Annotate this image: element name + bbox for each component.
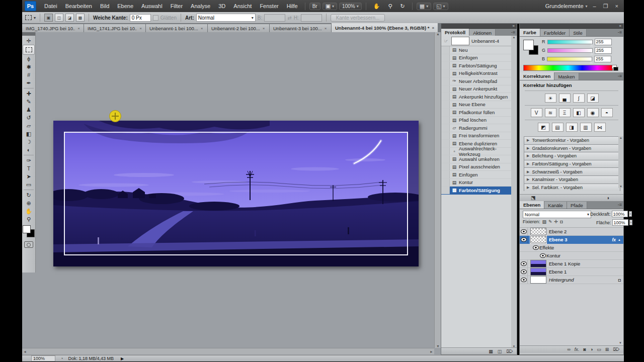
color-balance-icon[interactable]: Ξ (559, 108, 571, 117)
history-step[interactable]: ▤Einfügen (441, 171, 512, 179)
opacity-field[interactable]: 100% (612, 211, 628, 217)
disclosure-icon[interactable]: ▶ (527, 154, 529, 158)
menu-ebene[interactable]: Ebene (113, 3, 137, 9)
color-swatches[interactable] (23, 225, 35, 237)
history-step-current[interactable]: ▤Farbton/Sättigung (441, 187, 512, 195)
dock-header[interactable]: » (441, 24, 517, 29)
disclosure-icon[interactable]: ▶ (527, 186, 529, 190)
canvas-horizontal-scrollbar[interactable]: ◄ ► (22, 348, 434, 354)
visibility-toggle[interactable] (520, 276, 528, 284)
menu-filter[interactable]: Filter (167, 3, 187, 9)
quick-mask-button[interactable] (24, 241, 33, 248)
history-step[interactable]: ✑Neuer Arbeitspfad (441, 77, 512, 85)
selection-mode-new-button[interactable]: ▣ (44, 14, 53, 22)
history-step[interactable]: ▤Helligkeit/Kontrast (441, 70, 512, 78)
visibility-toggle[interactable] (520, 260, 528, 267)
menu-ansicht[interactable]: Ansicht (229, 3, 256, 9)
scroll-up-icon[interactable]: ▲ (619, 136, 622, 139)
brush-tool[interactable]: ✎ (23, 98, 34, 106)
arrange-documents-button[interactable]: ▦ ▾ (417, 3, 431, 10)
lasso-tool[interactable]: ϕ (23, 55, 34, 63)
pen-tool[interactable]: ✑ (23, 156, 34, 164)
blend-mode-select[interactable]: Normal ▾ (523, 211, 591, 218)
exposure-icon[interactable]: ◪ (587, 94, 599, 103)
color-swatch-pair[interactable] (523, 40, 538, 55)
history-step[interactable]: ▤Neue Ebene (441, 101, 512, 109)
doc-tab-unbenannt3[interactable]: Unbenannt-3 bei 100... × (270, 24, 332, 32)
history-source-well[interactable] (441, 187, 450, 194)
workspace-switcher[interactable]: Grundelemente ▾ (545, 3, 588, 9)
zoom-level-dropdown[interactable]: 100% ▾ (339, 3, 362, 10)
view-extras-button[interactable]: ▣ ▾ (323, 3, 337, 10)
eraser-tool[interactable]: ▱ (23, 122, 34, 130)
layer-row-ebene1-kopie[interactable]: Ebene 1 Kopie (520, 260, 623, 268)
disclosure-icon[interactable]: ▶ (527, 162, 529, 166)
blur-tool[interactable]: ☽ (23, 138, 34, 146)
layer-thumbnail[interactable] (530, 276, 546, 284)
curves-icon[interactable]: ∫ (573, 94, 585, 103)
black-swatch[interactable] (613, 67, 618, 71)
doc-tab-img1740[interactable]: IMG_1740.JPG bei 10... × (22, 24, 84, 32)
gradient-tool[interactable]: ◧ (23, 130, 34, 138)
3d-rotate-tool[interactable]: ↻ (23, 191, 34, 199)
history-source-well[interactable] (441, 85, 450, 93)
layer-fx-badge[interactable]: fx (612, 237, 616, 242)
panel-menu-icon[interactable]: -≡ (511, 30, 515, 35)
green-slider[interactable] (547, 48, 593, 53)
tab-close-icon[interactable]: × (77, 26, 80, 31)
history-source-well[interactable] (441, 148, 450, 155)
history-step[interactable]: ▤Pfadkontur füllen (441, 109, 512, 117)
history-step[interactable]: ▤Farbton/Sättigung (441, 62, 512, 70)
photo-filter-icon[interactable]: ◉ (587, 108, 599, 117)
3d-orbit-tool[interactable]: ⊕ (23, 199, 34, 207)
history-source-icon[interactable]: ☞ (443, 38, 449, 43)
new-document-from-state-icon[interactable]: ▦ (489, 349, 493, 354)
document-canvas[interactable] (53, 121, 419, 266)
hand-tool[interactable]: ✋ (23, 207, 34, 215)
canvas-vertical-scrollbar[interactable]: ▲ ▼ (434, 32, 441, 348)
visibility-toggle[interactable] (532, 244, 539, 251)
menu-datei[interactable]: Datei (40, 3, 61, 9)
history-scrollbar[interactable]: ▲ ▼ (511, 36, 517, 348)
history-source-well[interactable] (441, 62, 450, 69)
vibrance-icon[interactable]: V (531, 108, 542, 117)
preset-gradationskurven[interactable]: ▶Gradationskurven - Vorgaben (524, 144, 620, 152)
new-layer-icon[interactable]: ⊞ (605, 347, 609, 352)
history-step[interactable]: ▤Ankerpunkt hinzufügen (441, 93, 512, 101)
posterize-icon[interactable]: ▤ (552, 123, 564, 132)
add-layer-mask-icon[interactable]: ◙ (583, 347, 586, 352)
history-step[interactable]: ▤Frei transformieren (441, 132, 512, 140)
layer-row-ebene1[interactable]: Ebene 1 (520, 268, 623, 276)
tab-close-icon[interactable]: × (263, 26, 265, 31)
menu-3d[interactable]: 3D (214, 3, 229, 9)
preset-belichtung[interactable]: ▶Belichtung - Vorgaben (524, 152, 620, 160)
history-step[interactable]: ▤Neuer Ankerpunkt (441, 85, 512, 94)
color-spectrum-ramp[interactable] (523, 65, 613, 71)
eyedropper-tool[interactable]: ✒ (23, 79, 34, 87)
collapse-panels-icon[interactable]: » (513, 24, 515, 28)
hand-tool-icon[interactable]: ✋ (369, 4, 384, 9)
delete-state-icon[interactable]: ⌦ (506, 349, 513, 354)
doc-tab-unbenannt1[interactable]: Unbenannt-1 bei 100... × (146, 24, 208, 32)
history-source-well[interactable] (441, 179, 450, 187)
menu-analyse[interactable]: Analyse (187, 3, 214, 9)
layer-row-ebene2[interactable]: Ebene 2 (520, 228, 623, 236)
slider-handle[interactable] (589, 61, 593, 64)
threshold-icon[interactable]: ◨ (566, 123, 578, 132)
red-value-field[interactable]: 255 (595, 39, 612, 45)
history-source-well[interactable] (441, 124, 450, 132)
history-source-well[interactable] (441, 109, 450, 116)
zoom-tool-icon[interactable]: ⚲ (384, 4, 396, 9)
panel-menu-icon[interactable]: -≡ (618, 202, 622, 207)
layer-thumbnail[interactable] (530, 228, 546, 235)
shape-tool[interactable]: ▭ (23, 180, 34, 189)
dock-header[interactable]: » (520, 24, 623, 29)
selection-mode-add-button[interactable]: ◫ (55, 14, 63, 22)
preset-kanalmixer[interactable]: ▶Kanalmixer - Vorgaben (524, 175, 620, 184)
new-group-icon[interactable]: ▭ (597, 347, 601, 352)
dodge-tool[interactable]: ◐ (23, 146, 34, 154)
history-brush-tool[interactable]: ↺ (23, 114, 34, 122)
disclosure-icon[interactable]: ▶ (527, 170, 529, 174)
layer-style-icon[interactable]: fx. (575, 347, 580, 352)
history-source-well[interactable] (441, 70, 450, 77)
